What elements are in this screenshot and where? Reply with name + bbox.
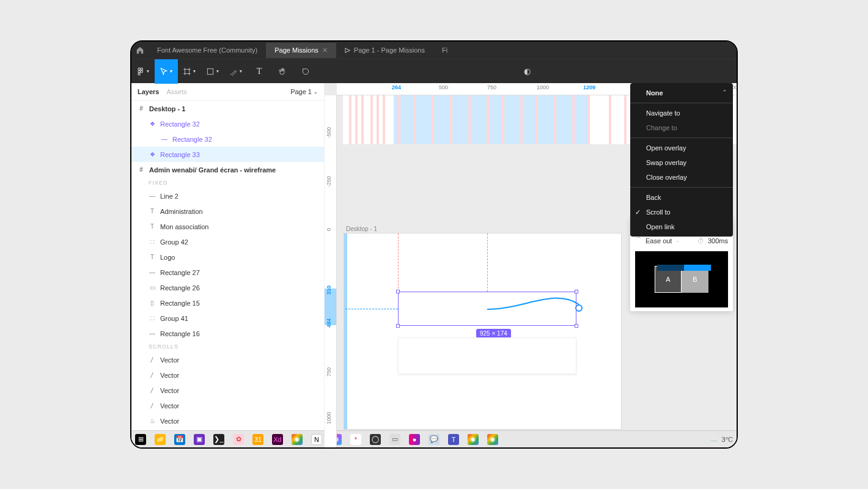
app-icon-6[interactable]: ● — [409, 434, 420, 445]
shape-tool[interactable]: ▼ — [201, 59, 224, 84]
temperature: 3°C — [722, 436, 733, 443]
layer-rectangle-27[interactable]: —Rectangle 27 — [131, 265, 324, 280]
layer-rectangle-16[interactable]: —Rectangle 16 — [131, 326, 324, 341]
layer-vector-4[interactable]: 〳Vector — [131, 398, 324, 413]
vector-icon: 〳 — [149, 356, 156, 363]
layer-mon-association[interactable]: TMon association — [131, 219, 324, 234]
hand-tool[interactable] — [271, 59, 294, 84]
layer-rectangle-33[interactable]: ❖Rectangle 33 — [131, 147, 324, 162]
frame-icon: # — [138, 166, 145, 173]
contrast-icon[interactable]: ◐ — [524, 67, 531, 76]
vector-icon: 〳 — [149, 372, 156, 378]
svg-point-2 — [138, 73, 140, 75]
layer-label: Rectangle 32 — [160, 120, 200, 128]
svg-point-3 — [141, 68, 143, 70]
layer-group-41[interactable]: ⸬Group 41 — [131, 311, 324, 326]
layer-frame-desktop1[interactable]: #Desktop - 1 — [131, 101, 324, 116]
chrome-icon-1[interactable]: ◉ — [292, 434, 303, 445]
layer-logo[interactable]: TLogo — [131, 249, 324, 265]
text-tool[interactable]: T — [248, 59, 271, 84]
interaction-menu: None⌃ Navigate to Change to Open overlay… — [630, 83, 733, 237]
tab-prototype[interactable]: Page 1 - Page Missions — [336, 43, 433, 57]
pen-tool[interactable]: ▼ — [224, 59, 248, 84]
weather-icon[interactable]: ☁️ — [710, 435, 718, 443]
close-icon[interactable]: ✕ — [322, 46, 328, 54]
page-selector[interactable]: Page 1⌄ — [290, 88, 318, 95]
layer-label: Vector — [160, 356, 179, 364]
layer-administration[interactable]: TAdministration — [131, 204, 324, 219]
layer-label: Vector — [160, 387, 179, 394]
layer-vector-2[interactable]: 〳Vector — [131, 367, 324, 383]
ruler-tick: 1209 — [583, 84, 595, 90]
line-icon: — — [161, 136, 168, 142]
ruler-tick: 1000 — [537, 84, 549, 90]
app-icon-1[interactable]: ▣ — [194, 434, 205, 445]
panel-tabs: Layers Assets Page 1⌄ — [131, 83, 324, 101]
ruler-tick: 750 — [326, 367, 332, 377]
tab-overflow[interactable]: Fi — [433, 43, 456, 57]
layer-group-42[interactable]: ⸬Group 42 — [131, 234, 324, 249]
layer-frame-admin[interactable]: #Admin wenabi/ Grand écran - wireframe — [131, 162, 324, 177]
layer-label: Vector — [160, 402, 179, 410]
menu-navigate-to[interactable]: Navigate to — [630, 106, 733, 120]
chrome-icon-3[interactable]: ◉ — [487, 434, 498, 445]
app-icon-3[interactable]: 31 — [252, 434, 263, 445]
menu-none[interactable]: None⌃ — [630, 86, 733, 100]
menu-scroll-to[interactable]: Scroll to — [630, 205, 733, 219]
chrome-icon-2[interactable]: ◉ — [468, 434, 479, 445]
tab-page-missions[interactable]: Page Missions✕ — [266, 43, 336, 58]
canvas[interactable]: 264 500 750 1000 1209 1500 2000 -500 -25… — [325, 83, 737, 447]
app-icon-5[interactable]: ▭ — [389, 434, 400, 445]
text-icon: T — [149, 254, 156, 260]
component-icon: ❖ — [149, 120, 156, 127]
app-icon-4[interactable]: ◯ — [370, 434, 381, 445]
layer-vector-3[interactable]: 〳Vector — [131, 383, 324, 398]
layer-label: Group 42 — [160, 238, 188, 246]
tab-font-awesome[interactable]: Font Awesome Free (Community) — [149, 43, 266, 57]
tab-label: Page Missions — [274, 46, 318, 54]
menu-swap-overlay[interactable]: Swap overlay — [630, 155, 733, 170]
calendar-icon[interactable]: 📅 — [174, 434, 185, 445]
teams-icon[interactable]: T — [448, 434, 459, 445]
group-icon: ⸬ — [149, 315, 156, 322]
rect-icon: ▯ — [149, 300, 156, 306]
move-tool[interactable]: ▼ — [155, 59, 178, 84]
artboard-label[interactable]: Desktop - 1 — [346, 226, 377, 232]
vector-icon: 〳 — [149, 387, 156, 394]
menu-change-to[interactable]: Change to — [630, 120, 733, 135]
home-icon[interactable] — [131, 46, 149, 54]
app-icon-7[interactable]: 💬 — [428, 434, 440, 445]
terminal-icon[interactable]: ❯_ — [213, 434, 224, 445]
layer-vector-5[interactable]: ♨Vector — [131, 413, 324, 428]
guide-center — [487, 233, 488, 292]
menu-open-overlay[interactable]: Open overlay — [630, 141, 733, 155]
layer-rectangle-32[interactable]: ❖Rectangle 32 — [131, 116, 324, 131]
comment-tool[interactable] — [294, 59, 317, 84]
rect-icon: ▭ — [149, 284, 156, 291]
ruler-vertical: -500 -250 0 310 484 750 1000 — [325, 95, 337, 447]
ruler-tick: 750 — [487, 84, 496, 90]
file-explorer-icon[interactable]: 📁 — [155, 434, 166, 445]
component-icon: ❖ — [149, 151, 156, 158]
selection-rectangle[interactable] — [398, 292, 576, 326]
figma-menu[interactable]: ▼ — [131, 59, 155, 84]
rectangle-card[interactable] — [398, 337, 576, 374]
layer-rectangle-15[interactable]: ▯Rectangle 15 — [131, 295, 324, 311]
tab-layers[interactable]: Layers — [138, 88, 166, 95]
frame-tool[interactable]: ▼ — [178, 59, 201, 84]
tab-assets[interactable]: Assets — [166, 88, 194, 95]
guide-dash-h — [345, 309, 398, 309]
layer-vector-1[interactable]: 〳Vector — [131, 352, 324, 367]
app-icon-2[interactable]: ✿ — [233, 434, 244, 445]
menu-back[interactable]: Back — [630, 190, 733, 205]
layer-rectangle-32-child[interactable]: —Rectangle 32 — [131, 131, 324, 147]
menu-open-link[interactable]: Open link — [630, 219, 733, 234]
svg-point-0 — [138, 68, 140, 70]
layer-line-2[interactable]: —Line 2 — [131, 188, 324, 204]
adobe-xd-icon[interactable]: Xd — [272, 434, 283, 445]
notion-icon[interactable]: N — [311, 434, 322, 445]
layer-rectangle-26[interactable]: ▭Rectangle 26 — [131, 280, 324, 295]
slack-icon[interactable]: * — [350, 434, 361, 445]
start-button[interactable]: ⊞ — [135, 434, 146, 445]
menu-close-overlay[interactable]: Close overlay — [630, 170, 733, 185]
